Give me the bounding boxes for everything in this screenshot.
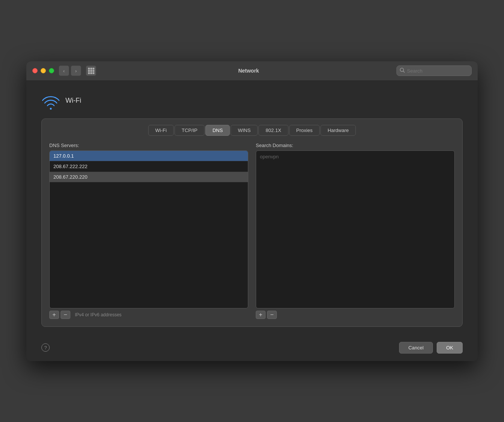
domain-add-button[interactable]: + [256,311,266,319]
domain-remove-button[interactable]: − [267,311,277,319]
dns-servers-list[interactable]: 127.0.0.1 208.67.222.222 208.67.220.220 [49,150,248,308]
tab-hardware[interactable]: Hardware [320,125,356,136]
window-title: Network [101,68,396,74]
tab-8021x[interactable]: 802.1X [258,125,288,136]
close-button[interactable] [32,68,38,73]
tab-wifi[interactable]: Wi-Fi [148,125,174,136]
tab-dns[interactable]: DNS [205,125,230,136]
back-button[interactable]: ‹ [59,65,69,76]
tabs-container: Wi-Fi TCP/IP DNS WINS 802.1X Proxies Har… [41,118,463,327]
search-domains-list[interactable]: openvpn [256,150,455,308]
search-icon [400,68,405,74]
search-input[interactable] [407,68,468,74]
search-bar[interactable] [396,65,472,76]
maximize-button[interactable] [49,68,54,73]
grid-icon [88,68,94,74]
dns-servers-label: DNS Servers: [49,143,248,148]
main-window: ‹ › Network [26,61,478,361]
dns-hint: IPv4 or IPv6 addresses [75,312,121,317]
svg-line-1 [403,71,405,73]
minimize-button[interactable] [41,68,46,73]
main-content: Wi-Fi Wi-Fi TCP/IP DNS WINS 802.1X Proxi… [26,81,478,336]
action-buttons: Cancel OK [399,342,463,354]
list-item[interactable]: 127.0.0.1 [50,151,248,161]
grid-view-button[interactable] [86,65,96,76]
wifi-header: Wi-Fi [41,91,463,110]
tab-wins[interactable]: WINS [231,125,258,136]
dns-add-button[interactable]: + [49,311,59,319]
cancel-button[interactable]: Cancel [399,342,433,354]
nav-buttons: ‹ › [59,65,81,76]
list-item[interactable]: 208.67.222.222 [50,161,248,172]
dns-remove-button[interactable]: − [61,311,70,319]
dns-servers-column: DNS Servers: 127.0.0.1 208.67.222.222 20… [49,143,248,319]
wifi-icon [41,91,60,110]
traffic-lights [32,68,54,73]
svg-point-2 [50,108,52,109]
tab-proxies[interactable]: Proxies [289,125,320,136]
search-domains-label: Search Domains: [256,143,455,148]
wifi-label: Wi-Fi [65,97,81,105]
search-domains-controls: + − [256,311,455,319]
search-domains-placeholder: openvpn [256,151,454,162]
help-button[interactable]: ? [41,343,50,352]
dns-panel: DNS Servers: 127.0.0.1 208.67.222.222 20… [49,143,455,319]
tab-tcpip[interactable]: TCP/IP [175,125,205,136]
titlebar: ‹ › Network [26,61,478,81]
ok-button[interactable]: OK [437,342,463,354]
list-item[interactable]: 208.67.220.220 [50,172,248,182]
tabs-bar: Wi-Fi TCP/IP DNS WINS 802.1X Proxies Har… [49,125,455,136]
bottom-bar: ? Cancel OK [26,336,478,361]
forward-button[interactable]: › [71,65,81,76]
search-domains-column: Search Domains: openvpn + − [256,143,455,319]
dns-servers-controls: + − IPv4 or IPv6 addresses [49,311,248,319]
